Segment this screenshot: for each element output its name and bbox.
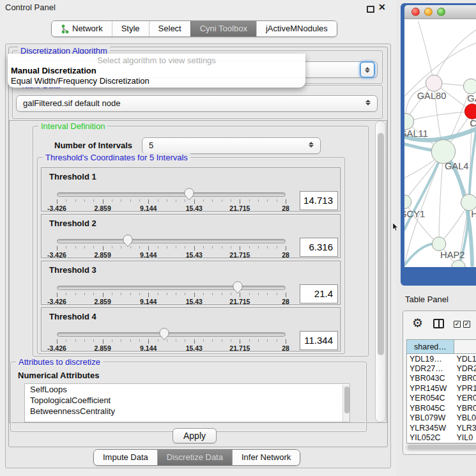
threshold-value-field[interactable]: 14.713 (300, 191, 338, 210)
table-cell[interactable]: YIL0 (454, 433, 476, 443)
tab-style[interactable]: Style (112, 21, 149, 36)
scrollbar-thumb[interactable] (378, 133, 384, 355)
table-row[interactable]: YIL052CYIL0 (407, 433, 476, 443)
threshold-slider[interactable]: -3.4262.8599.14415.4321.71528 (57, 280, 286, 305)
network-node-C[interactable] (464, 104, 476, 119)
network-node-H[interactable] (461, 194, 476, 211)
tab-select[interactable]: Select (149, 21, 190, 36)
threshold-slider[interactable]: -3.4262.8599.14415.4321.71528 (57, 234, 286, 258)
table-cell[interactable]: YBL079W (407, 413, 454, 424)
table-cell[interactable]: YER0 (454, 394, 476, 404)
slider-track[interactable] (57, 286, 286, 290)
network-canvas[interactable]: GAL80GACGAL11GAL4GCY1HHAP2 (404, 19, 476, 267)
network-edge[interactable] (406, 111, 472, 121)
slider-thumb[interactable] (123, 234, 133, 247)
table-cell[interactable]: YLR345W (407, 423, 454, 433)
numerical-attributes-list[interactable]: SelfLoopsTopologicalCoefficientBetweenne… (24, 383, 350, 422)
table-row[interactable]: YDL19…YDL1 (407, 354, 476, 364)
network-node-HAP2[interactable] (432, 237, 446, 251)
column-header[interactable]: n (454, 340, 476, 354)
table-cell[interactable]: YLR3 (454, 423, 476, 433)
slider-tick (286, 339, 286, 344)
network-edge[interactable] (418, 21, 434, 83)
column-layout-icon[interactable] (433, 319, 444, 328)
table-row[interactable]: YBR043CYBR0 (407, 374, 476, 384)
table-data-combobox[interactable]: galFiltered.sif default node (16, 95, 378, 112)
tab-cyni-toolbox[interactable]: Cyni Toolbox (190, 21, 256, 36)
threshold-slider[interactable]: -3.4262.8599.14415.4321.71528 (57, 187, 286, 211)
slider-thumb[interactable] (184, 188, 194, 201)
scrollbar-thumb[interactable] (408, 445, 476, 450)
slider-track[interactable] (57, 332, 286, 337)
network-node-GAL4[interactable] (431, 140, 455, 164)
threshold-value-field[interactable]: 6.316 (300, 238, 338, 257)
tab-jactivemnodules[interactable]: jActiveMNodules (256, 21, 337, 36)
dropdown-option-equal-width-frequency[interactable]: Equal Width/Frequency Discretization (11, 76, 150, 86)
checkbox-icon[interactable]: ✓ (454, 321, 461, 328)
slider-tick (194, 199, 195, 204)
tab-impute-data[interactable]: Impute Data (94, 450, 157, 465)
slider-tick-label: 9.144 (140, 251, 157, 259)
table-cell[interactable]: YIL052C (407, 433, 454, 443)
slider-track[interactable] (57, 239, 286, 243)
slider-tick (112, 293, 112, 295)
table-cell[interactable]: YDL1 (454, 354, 476, 364)
tab-infer-network[interactable]: Infer Network (232, 450, 300, 465)
attribute-list-item[interactable]: SelfLoops (25, 384, 349, 395)
table-row[interactable]: YPR145WYPR1 (407, 383, 476, 394)
close-icon[interactable]: ✕ (378, 2, 386, 12)
table-cell[interactable]: YPR1 (454, 383, 476, 394)
slider-thumb[interactable] (233, 281, 243, 294)
network-node-GA[interactable] (463, 79, 476, 94)
column-header[interactable]: shared… (407, 340, 454, 354)
network-edge[interactable] (439, 151, 443, 243)
horizontal-scrollbar[interactable] (406, 443, 476, 451)
table-row[interactable]: YBR045CYBR0 (407, 403, 476, 413)
slider-track[interactable] (57, 192, 286, 197)
slider-tick (158, 339, 158, 342)
apply-button[interactable]: Apply (173, 428, 217, 443)
table-cell[interactable]: YPR145W (407, 383, 454, 394)
table-cell[interactable]: YER054C (407, 394, 454, 404)
checkbox-icon[interactable]: ✓ (463, 321, 470, 328)
slider-thumb[interactable] (159, 328, 169, 341)
scrollbar-thumb[interactable] (344, 387, 349, 413)
threshold-label: Threshold 2 (49, 219, 96, 228)
tab-network[interactable]: Network (52, 21, 112, 36)
table-row[interactable]: YLR345WYLR3 (407, 423, 476, 433)
network-node-GAL80[interactable] (426, 75, 442, 91)
table-cell[interactable]: YBL0 (454, 413, 476, 424)
dropdown-option-manual-discretization[interactable]: Manual Discretization (11, 66, 96, 75)
float-window-icon[interactable] (367, 6, 374, 13)
table-cell[interactable]: YDR27… (407, 364, 454, 374)
bottom-tab-bar: Impute Data Discretize Data Infer Networ… (93, 449, 300, 466)
table-cell[interactable]: YBR043C (407, 374, 454, 384)
network-node-GCY1[interactable] (404, 195, 411, 209)
threshold-value-field[interactable]: 11.344 (300, 331, 338, 350)
vertical-scrollbar[interactable] (375, 121, 386, 422)
slider-tick (103, 199, 104, 204)
table-cell[interactable]: YBR045C (407, 403, 454, 413)
zoom-traffic-light[interactable] (437, 8, 445, 16)
slider-tick (176, 199, 176, 202)
gear-icon[interactable]: ⚙ (412, 317, 423, 329)
threshold-value-field[interactable]: 21.4 (300, 284, 338, 303)
table-row[interactable]: YBL079WYBL0 (407, 413, 476, 424)
network-window-titlebar[interactable] (404, 5, 476, 19)
table-cell[interactable]: YDL19… (407, 354, 454, 364)
minimize-traffic-light[interactable] (424, 8, 433, 16)
table-row[interactable]: YDR27…YDR2 (407, 364, 476, 374)
close-traffic-light[interactable] (411, 8, 420, 16)
tab-discretize-data[interactable]: Discretize Data (157, 450, 232, 465)
network-edge[interactable] (434, 30, 476, 84)
combobox-arrow-button[interactable] (360, 61, 375, 78)
list-scrollbar[interactable] (342, 385, 350, 422)
threshold-slider[interactable]: -3.4262.8599.14415.4321.71528 (57, 327, 286, 351)
table-row[interactable]: YER054CYER0 (407, 394, 476, 404)
table-cell[interactable]: YDR2 (454, 364, 476, 374)
number-of-intervals-spinner[interactable]: 5 (142, 137, 321, 154)
table-cell[interactable]: YBR0 (454, 403, 476, 413)
attribute-list-item[interactable]: TopologicalCoefficient (25, 395, 349, 406)
attribute-list-item[interactable]: BetweennessCentrality (25, 406, 349, 417)
table-cell[interactable]: YBR0 (454, 374, 476, 384)
